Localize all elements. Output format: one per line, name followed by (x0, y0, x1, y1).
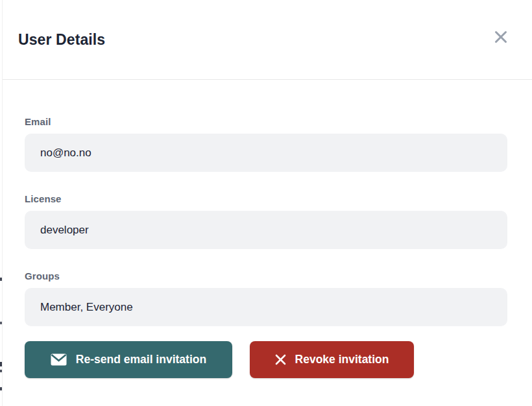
background-artifact (0, 278, 2, 281)
close-button[interactable] (489, 25, 513, 49)
background-artifact (0, 362, 2, 366)
resend-email-invitation-button[interactable]: Re-send email invitation (25, 341, 232, 378)
background-artifact (0, 387, 2, 390)
background-artifact (0, 322, 2, 324)
field-group-email: Email (25, 116, 510, 172)
modal-actions: Re-send email invitation Revoke invitati… (25, 341, 510, 378)
revoke-button-label: Revoke invitation (295, 353, 389, 366)
revoke-invitation-button[interactable]: Revoke invitation (250, 341, 414, 378)
field-group-groups: Groups (25, 270, 510, 326)
email-label: Email (25, 116, 510, 127)
license-label: License (25, 193, 510, 204)
license-field[interactable] (25, 211, 507, 249)
groups-field[interactable] (25, 288, 507, 326)
user-details-modal: User Details Email License Groups (3, 0, 532, 406)
background-page-sliver (0, 0, 3, 406)
modal-body: Email License Groups Re-send email invit… (3, 80, 532, 378)
modal-header: User Details (3, 0, 532, 80)
modal-title: User Details (18, 31, 105, 49)
x-icon (275, 354, 286, 365)
envelope-icon (51, 353, 67, 366)
resend-button-label: Re-send email invitation (76, 353, 206, 366)
close-icon (493, 29, 509, 45)
groups-label: Groups (25, 270, 510, 281)
field-group-license: License (25, 193, 510, 249)
email-field[interactable] (25, 134, 507, 172)
background-artifact (0, 370, 2, 372)
